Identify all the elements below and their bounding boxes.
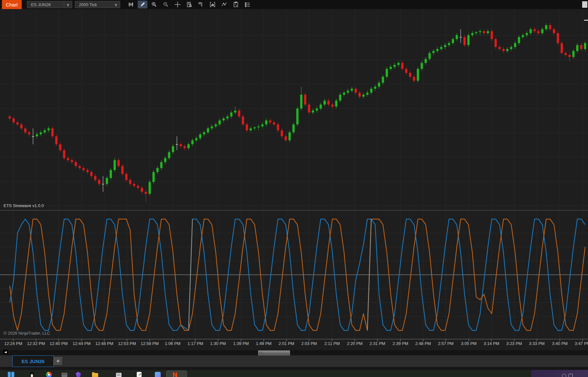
time-label: 2:31 PM [370,341,385,346]
data-box-button[interactable] [184,1,194,8]
bottom-tab-bar: ES JUN26 + [0,355,588,367]
zoom-in-button[interactable] [149,1,159,8]
ninjatrader-taskbar-button[interactable]: N [166,371,187,377]
interval-value: 2000 Tick [75,2,112,7]
chart-trader-button[interactable] [196,1,206,8]
time-label: 1:39 PM [233,341,249,346]
drawing-tools-icon [221,2,227,7]
chevron-down-icon[interactable]: ∨ [112,2,120,7]
time-label: 12:48 PM [95,341,113,346]
time-label: 2:57 PM [438,341,454,346]
chart-window-tab[interactable]: Chart [2,0,22,9]
time-label: 2:01 PM [279,341,294,346]
interval-selector[interactable]: 2000 Tick ∨ [75,1,120,8]
time-label: 12:32 PM [27,341,45,346]
zoom-out-icon [163,2,169,7]
time-label: 12:53 PM [118,341,136,346]
indicators-icon [210,2,215,7]
indicator-label: ETS Sinewave v1.0.0 [4,203,44,208]
time-label: 2:39 PM [393,341,408,346]
time-label: 2:20 PM [347,341,363,346]
scrollbar-grip [259,352,262,354]
zoom-out-button[interactable] [161,1,171,8]
properties-list-icon [245,2,250,7]
drawing-tools-button[interactable] [219,1,229,8]
time-label: 2:03 PM [301,341,317,346]
time-label: 1:17 PM [188,341,203,346]
chart-style-button[interactable] [126,1,136,8]
folder-icon[interactable] [92,372,99,377]
calculator-icon[interactable] [136,372,143,377]
drawing-pencil-button[interactable] [138,1,147,8]
instrument-selector[interactable]: ES JUN26 ∨ [27,1,72,8]
crosshair-icon [174,1,181,8]
linux-penguin-icon[interactable] [29,372,36,377]
time-label: 3:05 PM [461,341,477,346]
window-bottom-edge [0,367,588,370]
instrument-value: ES JUN26 [27,2,64,7]
chart-trader-icon [198,2,204,7]
time-label: 12:40 PM [50,341,68,346]
chart-style-icon [128,2,134,7]
crosshair-button[interactable] [173,1,182,8]
time-label: 12:58 PM [141,341,159,346]
strategies-icon [233,2,239,7]
settings-icon[interactable] [569,374,573,377]
obsidian-icon[interactable] [75,372,82,377]
time-label: 1:06 PM [165,341,180,346]
chart-area[interactable]: ETS Sinewave v1.0.0 © 2026 NinjaTrader, … [0,9,588,350]
time-label: 12:44 PM [73,341,91,346]
time-label: 3:40 PM [552,341,568,346]
tab-es-jun26[interactable]: ES JUN26 [12,355,54,367]
time-label: 3:14 PM [484,341,499,346]
chrome-icon[interactable] [46,372,53,377]
time-label: 2:11 PM [324,341,340,346]
horizontal-scrollbar[interactable]: ◀ [0,350,588,356]
ninjatrader-chart-window: Chart ES JUN26 ∨ 2000 Tick ∨ [0,0,588,377]
time-label: 1:49 PM [256,341,271,346]
time-label: 1:30 PM [210,341,226,346]
price-and-indicator-canvas[interactable] [0,9,588,350]
time-label: 2:48 PM [415,341,431,346]
window-tiles-icon[interactable] [8,372,15,377]
os-taskbar: N [0,370,588,377]
strategies-button[interactable] [231,1,241,8]
network-icon[interactable] [562,374,566,377]
time-label: 3:33 PM [529,341,545,346]
time-label: 12:24 PM [4,341,22,346]
window-control[interactable] [582,1,587,8]
ninjatrader-icon: N [172,371,178,377]
time-label: 3:47 PM [575,341,588,346]
blue-app-icon[interactable] [155,372,162,377]
system-tray[interactable] [531,370,588,377]
add-tab-button[interactable]: + [54,357,62,365]
chart-toolbar: Chart ES JUN26 ∨ 2000 Tick ∨ [0,0,588,9]
drawing-pencil-icon [140,2,145,7]
time-label: 3:23 PM [506,341,522,346]
time-axis[interactable]: 12:24 PM12:32 PM12:40 PM12:44 PM12:48 PM… [0,341,588,348]
properties-button[interactable] [243,1,252,8]
zoom-in-icon [151,2,157,7]
terminal-icon[interactable] [62,372,69,377]
data-box-icon [186,2,192,7]
notes-icon[interactable] [116,372,123,377]
copyright-text: © 2026 NinjaTrader, LLC [4,331,50,336]
scroll-left-button[interactable]: ◀ [3,350,8,354]
scrollbar-thumb[interactable] [258,350,290,355]
indicators-button[interactable] [208,1,217,8]
chevron-down-icon[interactable]: ∨ [64,2,72,7]
